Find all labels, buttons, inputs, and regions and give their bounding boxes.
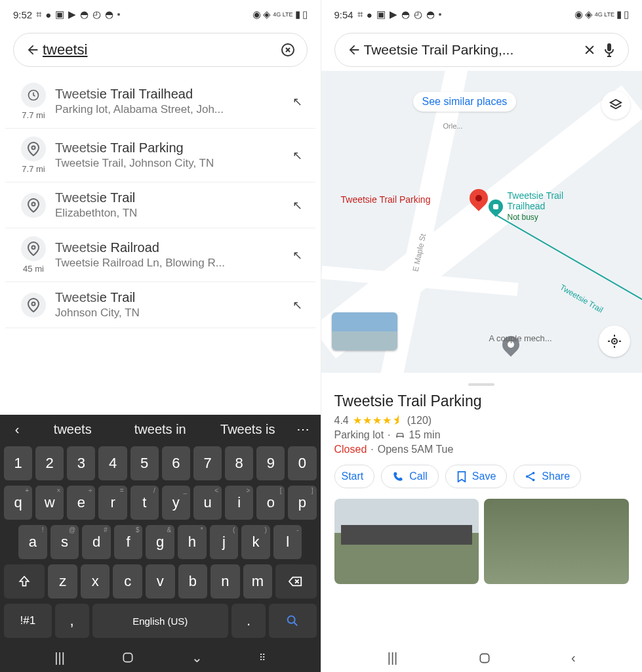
suggestion-item[interactable]: 7.7 mi Tweetsie Trail Parking Tweetsie T… xyxy=(5,129,315,182)
insert-arrow-icon[interactable]: ↖ xyxy=(287,198,309,213)
suggestion-item[interactable]: 7.7 mi Tweetsie Trail Trailhead Parking … xyxy=(5,75,315,129)
kb-more-icon[interactable]: ⋯ xyxy=(292,421,315,437)
key[interactable]: )k xyxy=(241,525,270,559)
kb-suggestion[interactable]: tweets in xyxy=(117,422,205,437)
key[interactable]: /t xyxy=(130,486,159,520)
insert-arrow-icon[interactable]: ↖ xyxy=(287,298,309,312)
key[interactable]: 2 xyxy=(35,446,64,480)
my-location-button[interactable] xyxy=(599,326,630,357)
nav-recents-icon[interactable]: ||| xyxy=(54,650,65,665)
nav-kb-icon[interactable]: ⠿ xyxy=(259,652,266,663)
nav-home-icon[interactable] xyxy=(121,651,134,664)
key[interactable]: -l xyxy=(273,525,302,559)
suggestion-item[interactable]: 45 mi Tweetsie Railroad Tweetsie Railroa… xyxy=(5,228,315,282)
key[interactable]: x xyxy=(81,564,110,598)
key[interactable]: v xyxy=(146,564,175,598)
hours-row[interactable]: Closed · Opens 5AM Tue xyxy=(334,444,630,455)
key[interactable]: 8 xyxy=(225,446,253,480)
clear-icon[interactable] xyxy=(278,40,298,60)
key[interactable]: n xyxy=(211,564,240,598)
place-card[interactable]: Tweetsie Trail Parking 4.4 ★★★★⯨ (120) P… xyxy=(321,373,643,584)
key[interactable]: 0 xyxy=(288,446,316,480)
similar-places-chip[interactable]: See similar places xyxy=(413,92,517,112)
suggestion-item[interactable]: Tweetsie Trail Elizabethton, TN ↖ xyxy=(5,182,315,228)
share-icon xyxy=(525,471,536,482)
key[interactable]: 9 xyxy=(256,446,285,480)
key[interactable]: &g xyxy=(146,525,174,559)
save-button[interactable]: Save xyxy=(445,465,507,488)
search-key[interactable] xyxy=(269,604,317,638)
key[interactable]: c xyxy=(113,564,142,598)
back-arrow-icon[interactable] xyxy=(23,40,43,60)
key[interactable]: #d xyxy=(82,525,111,559)
drag-handle[interactable] xyxy=(468,383,494,386)
kb-suggestion[interactable]: tweets xyxy=(29,422,117,437)
suggestion-item[interactable]: Tweetsie Trail Johnson City, TN ↖ xyxy=(5,282,315,328)
close-icon[interactable] xyxy=(580,40,599,60)
location-icon: ◉ xyxy=(252,9,261,20)
key[interactable]: 6 xyxy=(162,446,190,480)
insert-arrow-icon[interactable]: ↖ xyxy=(287,148,309,163)
nav-back-icon[interactable]: ‹ xyxy=(571,650,576,665)
key[interactable]: 3 xyxy=(67,446,95,480)
call-button[interactable]: Call xyxy=(381,465,439,488)
key[interactable]: +q xyxy=(4,486,32,520)
key[interactable]: $f xyxy=(114,525,143,559)
insert-arrow-icon[interactable]: ↖ xyxy=(287,94,309,109)
place-photo[interactable] xyxy=(334,499,479,584)
shift-key[interactable] xyxy=(4,564,45,598)
key[interactable]: 4 xyxy=(98,446,127,480)
search-bar[interactable] xyxy=(13,33,308,67)
map-label-trailhead[interactable]: Tweetsie Trail Trailhead Not busy xyxy=(508,190,564,222)
suggestion-title: Tweetsie Railroad xyxy=(55,240,287,255)
rating-row[interactable]: 4.4 ★★★★⯨ (120) xyxy=(334,414,630,427)
key[interactable]: ÷e xyxy=(67,486,95,520)
nav-recents-icon[interactable]: ||| xyxy=(388,650,398,665)
nav-home-icon[interactable] xyxy=(478,652,491,665)
key[interactable]: ]p xyxy=(288,486,316,520)
key[interactable]: _y xyxy=(162,486,190,520)
layers-button[interactable] xyxy=(601,91,630,119)
key[interactable]: ×w xyxy=(35,486,64,520)
kb-suggestion[interactable]: Tweets is xyxy=(204,422,292,437)
symbols-key[interactable]: !#1 xyxy=(4,604,52,638)
search-value[interactable]: Tweetsie Trail Parking,... xyxy=(364,42,580,58)
map-label-parking[interactable]: Tweetsie Trail Parking xyxy=(341,194,431,205)
backspace-key[interactable] xyxy=(275,564,316,598)
comma-key[interactable]: , xyxy=(55,604,89,638)
key[interactable]: (j xyxy=(210,525,239,559)
insert-arrow-icon[interactable]: ↖ xyxy=(287,248,309,262)
key[interactable]: =r xyxy=(98,486,127,520)
reddit-icon-2: ◓ xyxy=(426,9,435,20)
period-key[interactable]: . xyxy=(231,604,266,638)
back-arrow-icon[interactable] xyxy=(344,40,364,60)
key[interactable]: 1 xyxy=(4,446,32,480)
map-label-poi[interactable]: A couple mech... xyxy=(489,333,552,343)
start-button[interactable]: Start xyxy=(334,465,375,488)
kb-back-icon[interactable]: ‹ xyxy=(5,422,29,437)
share-button[interactable]: Share xyxy=(513,465,581,488)
key[interactable]: 5 xyxy=(130,446,159,480)
key[interactable]: !a xyxy=(18,525,47,559)
clock-icon xyxy=(21,83,46,108)
key[interactable]: >i xyxy=(225,486,253,520)
map[interactable]: See similar places Orle... Tweetsie Trai… xyxy=(321,71,643,373)
streetview-thumbnail[interactable] xyxy=(332,312,397,350)
key[interactable]: <u xyxy=(193,486,222,520)
key[interactable]: b xyxy=(178,564,208,598)
key[interactable]: @s xyxy=(50,525,79,559)
search-bar[interactable]: Tweetsie Trail Parking,... xyxy=(334,33,630,67)
place-photo[interactable] xyxy=(484,499,629,584)
search-input[interactable] xyxy=(43,41,278,58)
svg-point-10 xyxy=(614,341,616,343)
key[interactable]: *h xyxy=(178,525,207,559)
key[interactable]: 7 xyxy=(193,446,222,480)
key[interactable]: [o xyxy=(256,486,285,520)
key[interactable]: m xyxy=(243,564,273,598)
key[interactable]: z xyxy=(48,564,77,598)
mic-icon[interactable] xyxy=(599,40,619,60)
spacebar-key[interactable]: English (US) xyxy=(92,604,229,638)
nav-kb-down-icon[interactable]: ⌄ xyxy=(191,650,203,665)
svg-rect-7 xyxy=(124,653,132,662)
pin-icon xyxy=(21,236,46,261)
